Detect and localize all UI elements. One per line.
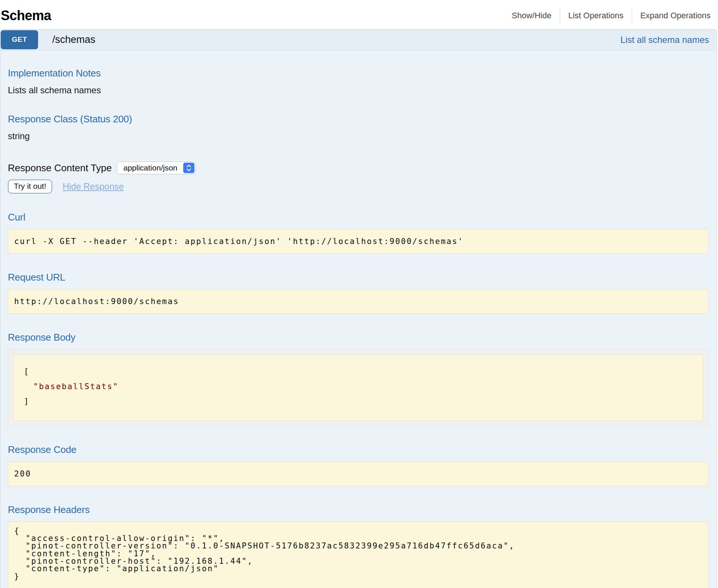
hide-response-link[interactable]: Hide Response (63, 181, 124, 192)
operation-panel-get-schemas: GET /schemas List all schema names Imple… (0, 29, 717, 588)
response-content-type-row: Response Content Type application/json (8, 162, 708, 174)
response-code-value: 200 (8, 462, 708, 486)
try-it-out-button[interactable]: Try it out! (8, 179, 52, 194)
json-bracket-close: ] (24, 394, 697, 409)
response-body-container: ["baseballStats"] (8, 349, 708, 426)
actions-row: Try it out! Hide Response (8, 179, 708, 194)
response-headers-json: { "access-control-allow-origin": "*", "p… (8, 522, 708, 588)
page-title: Schema (1, 8, 51, 24)
curl-heading: Curl (8, 212, 708, 223)
operation-summary-link[interactable]: List all schema names (621, 35, 709, 45)
show-hide-link[interactable]: Show/Hide (503, 11, 559, 21)
response-content-type-select[interactable]: application/json (117, 162, 196, 174)
http-method-badge[interactable]: GET (1, 30, 38, 49)
response-content-type-label: Response Content Type (8, 162, 112, 174)
expand-operations-link[interactable]: Expand Operations (632, 11, 714, 21)
request-url-value: http://localhost:9000/schemas (8, 289, 708, 314)
response-class-value: string (8, 131, 708, 141)
json-bracket-open: [ (24, 365, 697, 379)
response-body-json: ["baseballStats"] (13, 354, 703, 421)
list-operations-link[interactable]: List Operations (560, 11, 632, 21)
swagger-page: Schema Show/Hide List Operations Expand … (0, 0, 718, 588)
selected-content-type: application/json (117, 162, 182, 174)
operations-toolbar: Show/Hide List Operations Expand Operati… (503, 9, 714, 22)
implementation-notes-heading: Implementation Notes (8, 68, 708, 79)
response-body-heading: Response Body (8, 332, 708, 343)
operation-header[interactable]: GET /schemas List all schema names (0, 29, 717, 50)
curl-command: curl -X GET --header 'Accept: applicatio… (8, 229, 708, 254)
page-header: Schema Show/Hide List Operations Expand … (0, 0, 718, 26)
chevron-up-down-icon (183, 163, 194, 173)
response-code-heading: Response Code (8, 444, 708, 456)
request-url-heading: Request URL (8, 272, 708, 283)
response-headers-heading: Response Headers (8, 504, 708, 516)
endpoint-path-link[interactable]: /schemas (52, 34, 96, 46)
implementation-notes-text: Lists all schema names (8, 85, 708, 96)
response-class-heading: Response Class (Status 200) (8, 113, 708, 125)
json-string-line: "baseballStats" (24, 379, 697, 394)
operation-content: Implementation Notes Lists all schema na… (0, 50, 717, 588)
